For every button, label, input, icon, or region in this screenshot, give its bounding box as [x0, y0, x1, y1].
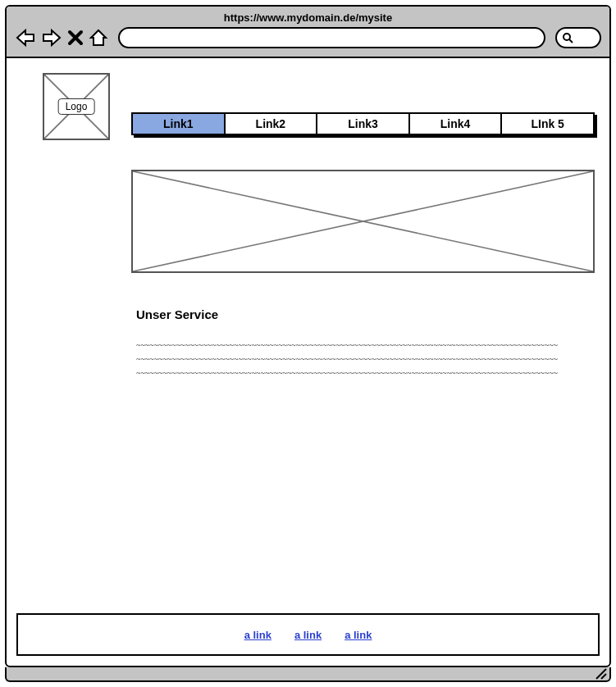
forward-button[interactable] [41, 28, 62, 48]
browser-toolbar [15, 27, 601, 48]
logo-label: Logo [58, 98, 95, 115]
nav-link-label: Link4 [440, 117, 471, 130]
placeholder-cross-icon [133, 171, 593, 271]
nav-link-3[interactable]: Link3 [317, 114, 410, 134]
footer-link-2[interactable]: a link [294, 629, 322, 641]
nav-link-2[interactable]: Link2 [226, 114, 318, 134]
main-column: Link1 Link2 Link3 Link4 LInk 5 [131, 73, 595, 273]
nav-link-label: Link1 [163, 117, 194, 130]
nav-link-label: LInk 5 [531, 117, 564, 130]
home-icon [89, 28, 108, 48]
page-viewport: Logo Link1 Link2 Link3 Link4 LInk 5 [7, 58, 609, 666]
svg-line-7 [601, 674, 606, 679]
nav-link-5[interactable]: LInk 5 [502, 114, 593, 134]
search-icon [562, 32, 573, 43]
stop-button[interactable] [67, 30, 84, 46]
url-display: https://www.mydomain.de/mysite [15, 10, 601, 27]
footer-link-3[interactable]: a link [345, 629, 372, 641]
svg-line-6 [596, 669, 606, 679]
main-nav: Link1 Link2 Link3 Link4 LInk 5 [131, 112, 595, 135]
logo-placeholder[interactable]: Logo [43, 73, 110, 140]
footer: a link a link a link [16, 613, 600, 656]
nav-link-label: Link2 [256, 117, 286, 130]
body-text-placeholder: ~~~~~~~~~~~~~~~~~~~~~~~~~~~~~~~~~~~~~~~~… [136, 338, 562, 384]
browser-chrome: https://www.mydomain.de/mysite [7, 7, 609, 58]
hero-image-placeholder [131, 170, 595, 273]
status-bar [5, 667, 611, 682]
nav-link-4[interactable]: Link4 [410, 114, 503, 134]
svg-point-0 [564, 34, 570, 40]
home-button[interactable] [89, 28, 108, 48]
close-icon [67, 30, 84, 46]
header-row: Logo Link1 Link2 Link3 Link4 LInk 5 [21, 73, 595, 273]
nav-link-label: Link3 [348, 117, 378, 130]
back-button[interactable] [15, 28, 36, 48]
svg-line-1 [569, 39, 573, 43]
nav-link-1[interactable]: Link1 [133, 114, 226, 134]
address-bar[interactable] [118, 27, 545, 48]
browser-window: https://www.mydomain.de/mysite [5, 5, 611, 667]
section-title: Unser Service [136, 307, 595, 321]
search-box[interactable] [555, 27, 601, 48]
arrow-right-icon [41, 28, 62, 48]
footer-link-1[interactable]: a link [244, 629, 271, 641]
resize-grip-icon[interactable] [595, 667, 608, 680]
arrow-left-icon [15, 28, 36, 48]
